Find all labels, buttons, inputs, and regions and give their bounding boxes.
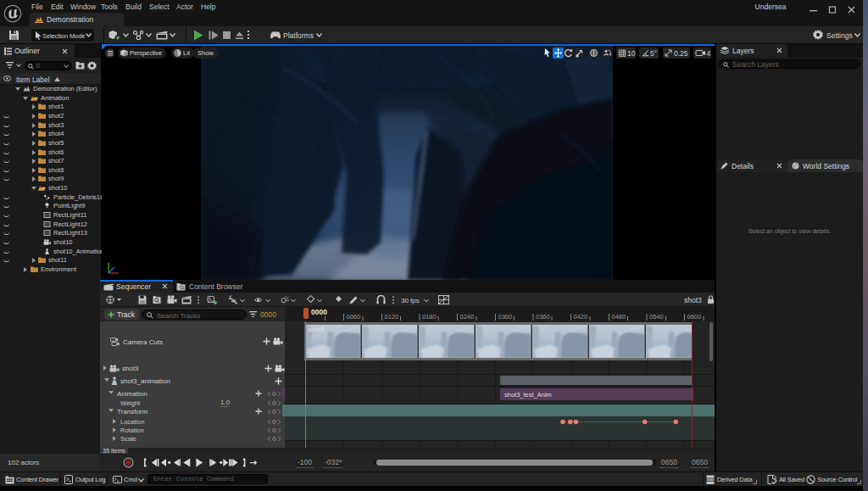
svg-text:0480: 0480	[612, 313, 626, 321]
svg-text:4: 4	[707, 49, 711, 58]
svg-text:0120: 0120	[385, 313, 399, 321]
svg-text:0360: 0360	[536, 313, 550, 321]
svg-text:0180: 0180	[422, 313, 437, 321]
svg-text:0600: 0600	[687, 313, 702, 321]
svg-text:0060: 0060	[347, 313, 361, 321]
svg-text:0.25: 0.25	[674, 49, 688, 58]
svg-text:30 fps: 30 fps	[401, 297, 420, 304]
svg-text:0240: 0240	[460, 313, 475, 321]
svg-text:0300: 0300	[498, 313, 513, 321]
svg-text:0540: 0540	[649, 313, 664, 321]
svg-text:0420: 0420	[574, 313, 588, 321]
svg-text:10: 10	[627, 49, 636, 58]
svg-text:5°: 5°	[650, 49, 657, 58]
